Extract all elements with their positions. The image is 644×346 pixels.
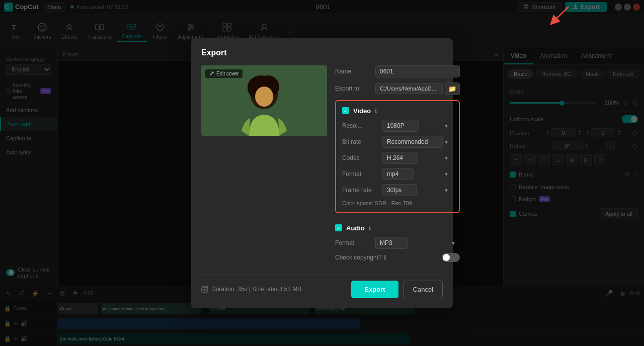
- export-to-label: Export to: [335, 85, 375, 92]
- audio-format-select[interactable]: MP3 AAC WAV: [375, 237, 408, 249]
- copyright-row: Check copyright? ℹ: [335, 253, 460, 262]
- video-checkbox-checked[interactable]: ✓: [342, 107, 349, 114]
- audio-format-row: Format MP3 AAC WAV ▼: [335, 237, 460, 249]
- video-section: ✓ Video ℹ Resol... 1080P 720P 4K: [335, 100, 460, 213]
- audio-checkbox: ✓: [335, 224, 342, 231]
- video-section-title: Video: [353, 107, 371, 115]
- framerate-select-wrapper: 30fps 24fps 60fps ▼: [382, 184, 453, 196]
- resolution-label: Resol...: [342, 122, 382, 129]
- export-to-row: Export to C:/Users/Neha/AppD... 📁: [335, 82, 460, 95]
- edit-cover-button[interactable]: Edit cover: [205, 69, 243, 78]
- format-select[interactable]: mp4 mov avi: [382, 168, 414, 180]
- name-label: Name: [335, 68, 375, 75]
- bitrate-arrow: ▼: [444, 139, 449, 144]
- resolution-row: Resol... 1080P 720P 4K ▼: [342, 120, 453, 132]
- framerate-label: Frame rate: [342, 187, 382, 194]
- dialog-thumbnail: Edit cover: [201, 65, 327, 266]
- video-checkbox: ✓: [342, 107, 349, 114]
- resolution-select[interactable]: 1080P 720P 4K: [382, 120, 419, 132]
- duration-icon: [201, 286, 208, 293]
- export-path-text: C:/Users/Neha/AppD...: [375, 83, 443, 94]
- dialog-fields: Name Export to C:/Users/Neha/AppD... 📁 ✓: [335, 65, 460, 266]
- codec-arrow: ▼: [444, 155, 449, 160]
- footer-buttons: Export Cancel: [351, 281, 443, 298]
- dialog-thumb-image: Edit cover: [201, 65, 327, 136]
- codec-select[interactable]: H.264 H.265: [382, 152, 418, 164]
- copyright-toggle[interactable]: [442, 253, 460, 262]
- video-info-icon[interactable]: ℹ: [375, 108, 377, 114]
- framerate-select[interactable]: 30fps 24fps 60fps: [382, 184, 417, 196]
- color-space-info: Color space: SDR - Rec.709: [342, 200, 453, 206]
- resolution-select-wrapper: 1080P 720P 4K ▼: [382, 120, 453, 132]
- format-select-wrapper: mp4 mov avi ▼: [382, 168, 453, 180]
- annotation-arrow: [543, 4, 574, 31]
- format-row: Format mp4 mov avi ▼: [342, 168, 453, 180]
- audio-format-select-wrapper: MP3 AAC WAV ▼: [375, 237, 460, 249]
- dialog-content: Edit cover Name Export to C:/Users/Neha/…: [201, 65, 443, 266]
- dialog-footer: Duration: 35s | Size: about 53 MB Export…: [201, 274, 443, 298]
- audio-section-header: ✓ Audio ℹ: [335, 224, 460, 232]
- framerate-arrow: ▼: [444, 187, 449, 193]
- resolution-arrow: ▼: [444, 123, 449, 128]
- copyright-label: Check copyright? ℹ: [335, 254, 438, 261]
- bitrate-select[interactable]: Recommended Low High: [382, 136, 443, 148]
- codec-label: Codec: [342, 154, 382, 161]
- audio-format-arrow: ▼: [451, 240, 456, 245]
- framerate-row: Frame rate 30fps 24fps 60fps ▼: [342, 184, 453, 196]
- duration-info: Duration: 35s | Size: about 53 MB: [201, 286, 301, 293]
- name-input[interactable]: [375, 65, 460, 77]
- bitrate-row: Bit rate Recommended Low High ▼: [342, 136, 453, 148]
- copyright-info-icon[interactable]: ℹ: [384, 254, 386, 261]
- dialog-overlay: Export: [0, 0, 644, 346]
- audio-info-icon[interactable]: ℹ: [369, 225, 371, 231]
- codec-row: Codec H.264 H.265 ▼: [342, 152, 453, 164]
- codec-select-wrapper: H.264 H.265 ▼: [382, 152, 453, 164]
- audio-section: ✓ Audio ℹ Format MP3 AAC WAV: [335, 218, 460, 266]
- video-section-header: ✓ Video ℹ: [342, 107, 453, 115]
- export-path-group: C:/Users/Neha/AppD... 📁: [375, 82, 460, 95]
- dialog-title: Export: [201, 48, 443, 57]
- format-arrow: ▼: [444, 171, 449, 177]
- bitrate-label: Bit rate: [342, 138, 382, 145]
- audio-section-title: Audio: [346, 224, 365, 232]
- cancel-button[interactable]: Cancel: [404, 281, 443, 298]
- export-dialog-button[interactable]: Export: [351, 281, 398, 298]
- svg-point-30: [255, 86, 273, 107]
- format-label: Format: [342, 170, 382, 178]
- audio-format-label: Format: [335, 239, 375, 246]
- audio-checkbox-checked[interactable]: ✓: [335, 224, 342, 231]
- export-dialog: Export: [191, 38, 453, 308]
- folder-browse-button[interactable]: 📁: [445, 82, 460, 95]
- bitrate-select-wrapper: Recommended Low High ▼: [382, 136, 453, 148]
- name-row: Name: [335, 65, 460, 77]
